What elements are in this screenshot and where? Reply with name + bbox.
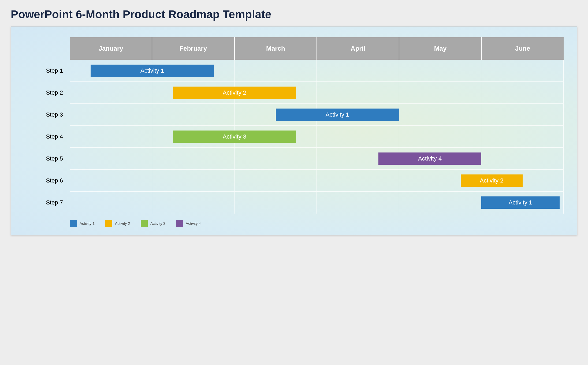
- legend-item: Activity 2: [105, 220, 130, 227]
- month-header: January: [70, 37, 152, 60]
- gantt-row: Step 3 Activity 1: [24, 104, 564, 126]
- gantt-bar[interactable]: Activity 2: [461, 174, 522, 187]
- row-track: Activity 1: [70, 60, 564, 82]
- legend-item: Activity 4: [176, 220, 201, 227]
- row-track: Activity 3: [70, 126, 564, 148]
- bar-label: Activity 2: [223, 89, 246, 96]
- legend-swatch: [176, 220, 183, 227]
- bar-label: Activity 1: [509, 199, 532, 206]
- page-title: PowerPoint 6-Month Product Roadmap Templ…: [11, 8, 577, 21]
- legend-label: Activity 3: [150, 221, 165, 226]
- row-track: Activity 2: [70, 82, 564, 104]
- month-header: May: [399, 37, 482, 60]
- row-label: Step 4: [24, 133, 70, 140]
- row-track: Activity 4: [70, 148, 564, 170]
- legend-swatch: [141, 220, 148, 227]
- bar-label: Activity 4: [418, 155, 442, 162]
- gantt-bar[interactable]: Activity 2: [173, 87, 296, 99]
- legend-swatch: [70, 220, 77, 227]
- month-header-row: January February March April May June: [70, 37, 564, 60]
- gantt-chart: January February March April May June St…: [24, 37, 564, 227]
- row-track: Activity 1: [70, 104, 564, 126]
- legend: Activity 1 Activity 2 Activity 3 Activit…: [70, 220, 564, 227]
- row-label: Step 2: [24, 89, 70, 96]
- row-label: Step 5: [24, 155, 70, 162]
- month-header: April: [317, 37, 399, 60]
- gantt-row: Step 6 Activity 2: [24, 170, 564, 192]
- bar-label: Activity 1: [326, 111, 349, 118]
- month-header: June: [482, 37, 564, 60]
- row-track: Activity 2: [70, 170, 564, 192]
- bar-label: Activity 2: [480, 177, 503, 184]
- gantt-row: Step 5 Activity 4: [24, 148, 564, 170]
- legend-label: Activity 2: [115, 221, 130, 226]
- legend-label: Activity 4: [186, 221, 201, 226]
- roadmap-slide: January February March April May June St…: [11, 26, 577, 235]
- gantt-row: Step 7 Activity 1: [24, 192, 564, 214]
- gantt-bar[interactable]: Activity 4: [378, 152, 481, 165]
- row-track: Activity 1: [70, 192, 564, 214]
- gantt-row: Step 1 Activity 1: [24, 60, 564, 82]
- gantt-body: Step 1 Activity 1 Step 2 Activity 2 Step…: [24, 60, 564, 214]
- legend-item: Activity 1: [70, 220, 95, 227]
- bar-label: Activity 3: [223, 133, 246, 140]
- gantt-bar[interactable]: Activity 1: [91, 65, 214, 77]
- month-header: February: [152, 37, 235, 60]
- gantt-bar[interactable]: Activity 1: [276, 109, 399, 121]
- legend-label: Activity 1: [80, 221, 95, 226]
- gantt-row: Step 2 Activity 2: [24, 82, 564, 104]
- legend-item: Activity 3: [141, 220, 165, 227]
- row-label: Step 7: [24, 199, 70, 206]
- gantt-bar[interactable]: Activity 1: [481, 196, 560, 209]
- month-header: March: [235, 37, 317, 60]
- bar-label: Activity 1: [140, 67, 164, 74]
- row-label: Step 1: [24, 67, 70, 74]
- row-label: Step 3: [24, 111, 70, 118]
- legend-swatch: [105, 220, 112, 227]
- gantt-row: Step 4 Activity 3: [24, 126, 564, 148]
- gantt-bar[interactable]: Activity 3: [173, 131, 296, 143]
- row-label: Step 6: [24, 177, 70, 184]
